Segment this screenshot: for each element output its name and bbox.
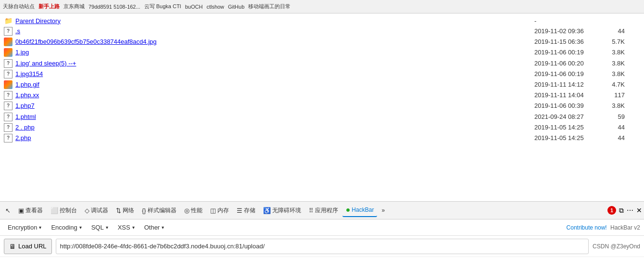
resize-icon[interactable]: ⧉ xyxy=(619,206,624,215)
file-date: 2019-11-06 00:39 xyxy=(534,102,597,110)
storage-label: 存储 xyxy=(244,206,255,215)
hackbar-encryption-menu[interactable]: Encryption ▾ xyxy=(4,222,45,232)
devtools-application[interactable]: ⠿ 应用程序 xyxy=(305,205,341,217)
devtools-network[interactable]: ⇅ 网络 xyxy=(113,205,138,217)
unknown-icon: ? xyxy=(4,102,13,110)
file-link[interactable]: 0b46f21fbe096b639cf5b75e0c338744eaf8acd4… xyxy=(15,38,157,46)
parent-directory-link[interactable]: Parent Directory xyxy=(15,17,61,25)
file-meta: 2019-11-02 09:36 44 xyxy=(534,27,640,36)
toolbar-item-9[interactable]: 移动端画工的日常 xyxy=(248,3,290,10)
style-editor-icon: {} xyxy=(142,207,146,214)
toolbar-item-3[interactable]: 京东商城 xyxy=(63,3,85,10)
url-input[interactable] xyxy=(56,239,589,254)
file-size: 44 xyxy=(601,134,625,142)
devtools-inspector[interactable]: ▣ 查看器 xyxy=(15,205,46,217)
devtools-menu-icon[interactable]: ⋯ xyxy=(627,206,633,214)
file-meta: 2019-11-11 14:12 4.7K xyxy=(534,80,640,89)
toolbar-item-6[interactable]: buOCH xyxy=(185,4,203,10)
devtools-accessibility[interactable]: ♿ 无障碍环境 xyxy=(260,205,304,217)
memory-icon: ◫ xyxy=(210,207,216,214)
toolbar-item-8[interactable]: GitHub xyxy=(228,4,244,10)
parent-directory-row: 📁 Parent Directory - xyxy=(4,15,640,26)
performance-icon: ◎ xyxy=(184,207,189,214)
network-icon: ⇅ xyxy=(116,207,121,214)
accessibility-icon: ♿ xyxy=(263,207,271,214)
devtools-console[interactable]: ⬜ 控制台 xyxy=(47,205,80,217)
other-chevron-icon: ▾ xyxy=(162,225,164,230)
hackbar-other-menu[interactable]: Other ▾ xyxy=(140,222,168,232)
file-size: 117 xyxy=(601,91,625,100)
toolbar-item-1[interactable]: 天脉自动站点 xyxy=(3,3,35,10)
devtools-cursor-tool[interactable]: ↖ xyxy=(2,205,14,216)
inspector-icon: ▣ xyxy=(18,207,24,214)
devtools-more-button[interactable]: » xyxy=(378,205,388,216)
unknown-icon: ? xyxy=(4,113,13,121)
xss-chevron-icon: ▾ xyxy=(132,225,135,230)
file-meta: 2021-09-24 08:27 59 xyxy=(534,113,640,121)
file-link[interactable]: 1.php.gif xyxy=(15,80,39,89)
image-icon xyxy=(4,48,13,57)
file-link[interactable]: .s xyxy=(15,27,20,36)
contribute-text[interactable]: Contribute now! xyxy=(567,224,607,231)
devtools-memory[interactable]: ◫ 内存 xyxy=(207,205,232,217)
sql-chevron-icon: ▾ xyxy=(106,225,108,230)
devtools-more-area: 1 ⧉ ⋯ ✕ xyxy=(607,206,642,215)
toolbar-item-5[interactable]: 云写 Bugka CTI xyxy=(144,3,181,10)
toolbar-item-4[interactable]: 79dd8591 5108-162... xyxy=(88,4,140,10)
xss-label: XSS xyxy=(118,224,130,231)
devtools-close-icon[interactable]: ✕ xyxy=(636,206,642,214)
file-link[interactable]: 1.jpg xyxy=(15,48,29,57)
network-label: 网络 xyxy=(123,206,134,215)
file-meta: 2019-11-06 00:20 3.8K xyxy=(534,59,640,68)
hackbar-sql-menu[interactable]: SQL ▾ xyxy=(88,222,112,232)
devtools-style-editor[interactable]: {} 样式编辑器 xyxy=(139,205,180,217)
console-label: 控制台 xyxy=(60,206,77,215)
devtools-bar: ↖ ▣ 查看器 ⬜ 控制台 ◇ 调试器 ⇅ 网络 {} 样式编辑器 ◎ 性能 ◫… xyxy=(0,201,644,219)
file-size: 44 xyxy=(601,27,625,36)
file-row: ? 1.jpg' and sleep(5) --+ 2019-11-06 00:… xyxy=(4,58,640,69)
devtools-debugger[interactable]: ◇ 调试器 xyxy=(81,205,112,217)
unknown-icon: ? xyxy=(4,27,13,36)
file-size: 59 xyxy=(601,113,625,121)
folder-icon: 📁 xyxy=(4,16,13,25)
toolbar-item-2[interactable]: 新手上路 xyxy=(38,3,60,10)
file-size: 3.8K xyxy=(601,48,625,57)
inspector-label: 查看器 xyxy=(25,206,43,215)
file-link[interactable]: 1.jpg' and sleep(5) --+ xyxy=(15,59,76,68)
file-size: 3.8K xyxy=(601,102,625,110)
application-label: 应用程序 xyxy=(315,206,338,215)
hackbar-encoding-menu[interactable]: Encoding ▾ xyxy=(47,222,85,232)
file-link[interactable]: 2.php xyxy=(15,134,31,142)
encoding-label: Encoding xyxy=(51,224,77,231)
file-link[interactable]: 1.php7 xyxy=(15,102,35,110)
parent-date: - xyxy=(534,17,640,25)
unknown-icon: ? xyxy=(4,59,13,68)
file-date: 2019-11-11 14:12 xyxy=(534,80,597,89)
encoding-chevron-icon: ▾ xyxy=(79,225,82,230)
url-row: 🖥 Load URL CSDN @Z3eyOnd xyxy=(0,236,644,257)
file-meta: 2019-11-06 00:39 3.8K xyxy=(534,102,640,110)
file-row: 1.jpg 2019-11-06 00:19 3.8K xyxy=(4,47,640,58)
file-link[interactable]: 2 . php xyxy=(15,123,35,132)
file-meta: 2019-11-15 06:36 5.7K xyxy=(534,38,640,46)
file-link[interactable]: 1.jpg3154 xyxy=(15,70,43,78)
devtools-hackbar[interactable]: ● HackBar xyxy=(342,204,378,217)
application-icon: ⠿ xyxy=(309,207,314,214)
load-url-button[interactable]: 🖥 Load URL xyxy=(4,239,52,254)
csdn-badge: CSDN @Z3eyOnd xyxy=(593,243,640,250)
unknown-icon: ? xyxy=(4,70,13,78)
file-row: ? 2.php 2019-11-05 14:25 44 xyxy=(4,133,640,143)
file-link[interactable]: 1.phtml xyxy=(15,113,36,121)
debugger-icon: ◇ xyxy=(85,207,89,214)
file-size: 3.8K xyxy=(601,59,625,68)
file-meta: 2019-11-06 00:19 3.8K xyxy=(534,70,640,78)
devtools-storage[interactable]: ☰ 存储 xyxy=(233,205,259,217)
file-link[interactable]: 1.php.xx xyxy=(15,91,39,100)
file-meta: 2019-11-06 00:19 3.8K xyxy=(534,48,640,57)
file-date: 2019-11-05 14:25 xyxy=(534,134,597,142)
storage-icon: ☰ xyxy=(237,207,242,214)
hackbar-xss-menu[interactable]: XSS ▾ xyxy=(114,222,139,232)
toolbar-item-7[interactable]: ctlshow xyxy=(206,4,224,10)
devtools-performance[interactable]: ◎ 性能 xyxy=(181,205,206,217)
file-row: ? .s 2019-11-02 09:36 44 xyxy=(4,26,640,37)
